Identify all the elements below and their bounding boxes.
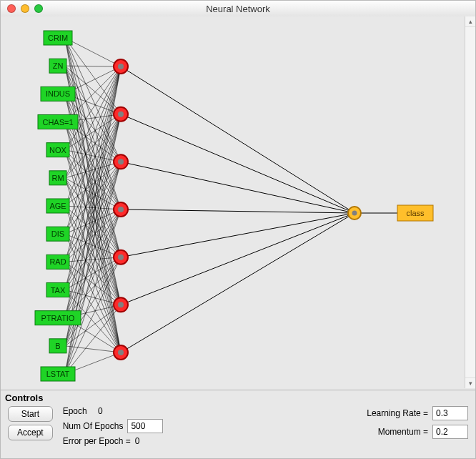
svg-line-60	[65, 257, 121, 262]
main-area: CRIMZNINDUSCHAS=1NOXRMAGEDISRADTAXPTRATI…	[1, 16, 475, 388]
minimize-icon[interactable]	[21, 4, 29, 13]
scroll-up-arrow-icon[interactable]: ▴	[465, 16, 475, 27]
num-epochs-label: Num Of Epochs	[63, 421, 124, 431]
svg-line-58	[65, 162, 121, 262]
hidden-node-core	[118, 64, 124, 69]
input-node-label: LSTAT	[46, 370, 70, 378]
learning-rate-label: Learning Rate =	[367, 408, 428, 418]
hidden-node-core	[118, 112, 124, 117]
error-per-epoch-value: 0	[135, 436, 140, 446]
input-node-label: DIS	[51, 230, 64, 238]
epoch-value: 0	[98, 406, 103, 416]
app-window: Neural Network CRIMZNINDUSCHAS=1NOXRMAGE…	[0, 0, 476, 459]
input-node-label: PTRATIO	[41, 314, 75, 322]
traffic-lights	[7, 4, 43, 13]
svg-line-92	[121, 114, 354, 213]
network-canvas[interactable]: CRIMZNINDUSCHAS=1NOXRMAGEDISRADTAXPTRATI…	[1, 16, 465, 388]
momentum-input[interactable]	[432, 425, 468, 439]
learning-rate-input[interactable]	[432, 406, 468, 420]
epoch-label: Epoch	[63, 406, 87, 416]
hidden-node-core	[118, 302, 124, 307]
input-node-label: CRIM	[48, 34, 68, 42]
svg-line-91	[121, 66, 354, 213]
hidden-node-core	[118, 159, 124, 164]
input-node-label: RAD	[49, 257, 66, 266]
svg-line-0	[65, 38, 121, 66]
input-node-label: CHAS=1	[42, 118, 73, 127]
zoom-icon[interactable]	[34, 4, 43, 13]
svg-line-62	[65, 262, 121, 352]
vertical-scrollbar[interactable]: ▴ ▾	[465, 16, 475, 388]
hidden-node-core	[118, 207, 124, 212]
svg-line-95	[121, 213, 354, 257]
error-per-epoch-label: Error per Epoch =	[63, 436, 131, 446]
svg-line-97	[121, 213, 354, 352]
start-button[interactable]: Start	[8, 406, 53, 422]
svg-line-6	[65, 38, 121, 352]
svg-line-93	[121, 162, 354, 213]
scroll-down-arrow-icon[interactable]: ▾	[465, 377, 475, 388]
output-node-label: class	[406, 209, 425, 217]
input-node-label: B	[55, 342, 60, 350]
input-node-label: ZN	[53, 61, 64, 70]
input-node-label: RM	[51, 174, 64, 182]
svg-line-1	[65, 38, 121, 114]
num-epochs-input[interactable]	[127, 419, 163, 433]
input-node-label: AGE	[49, 202, 66, 210]
controls-panel: Controls Start Accept Epoch 0 Num Of Epo…	[1, 390, 475, 458]
input-node-label: NOX	[49, 146, 67, 154]
controls-title: Controls	[1, 390, 475, 403]
hidden-node-core	[118, 255, 124, 260]
titlebar: Neural Network	[1, 1, 475, 17]
hidden-node-core	[118, 350, 124, 355]
input-node-label: TAX	[51, 286, 66, 295]
neural-network-diagram: CRIMZNINDUSCHAS=1NOXRMAGEDISRADTAXPTRATI…	[1, 16, 465, 388]
window-title: Neural Network	[1, 4, 475, 14]
accept-button[interactable]: Accept	[8, 425, 53, 440]
svg-line-96	[121, 213, 354, 305]
svg-line-94	[121, 209, 354, 213]
aggregator-node-core	[352, 211, 357, 216]
controls-body: Start Accept Epoch 0 Num Of Epochs Error…	[1, 403, 475, 450]
svg-line-7	[65, 66, 121, 66]
momentum-label: Momentum =	[378, 427, 428, 437]
close-icon[interactable]	[7, 4, 16, 13]
input-node-label: INDUS	[46, 89, 70, 98]
svg-line-84	[65, 66, 121, 374]
